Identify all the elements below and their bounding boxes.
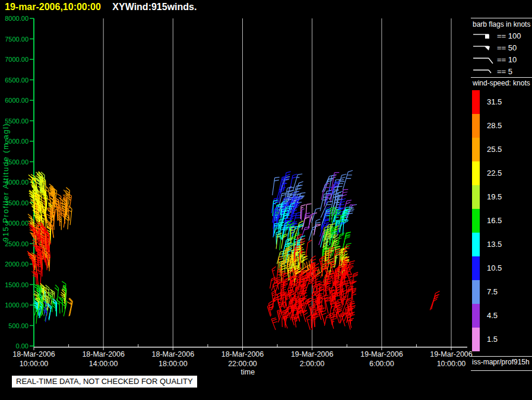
quality-notice: REAL-TIME DATA, NOT CHECKED FOR QUALITY xyxy=(12,376,197,388)
flag-icon xyxy=(472,30,493,42)
wind-barb xyxy=(325,298,330,314)
wind-barb xyxy=(430,294,439,310)
barb-cluster-left-red-tail xyxy=(31,259,42,286)
x-tick-label-time: 22:00:00 xyxy=(228,360,257,368)
colorbar-label: 22.5 xyxy=(487,161,502,185)
wind-barb xyxy=(343,170,353,189)
barb-flag-row: == 10 xyxy=(472,53,517,65)
x-tick-label-date: 19-Mar-2006 xyxy=(430,350,473,358)
barb-flag-row: == 5 xyxy=(472,65,512,77)
wind-barb xyxy=(301,209,305,221)
wind-barb xyxy=(306,204,312,218)
y-tick-label: 2000.00 xyxy=(5,261,28,268)
barb-cluster-mid-red-mass-1 xyxy=(267,266,314,330)
wind-barb xyxy=(306,240,312,259)
wind-barbs xyxy=(27,170,440,330)
wind-barb xyxy=(314,224,321,236)
colorbar-label: 1.5 xyxy=(487,328,498,351)
wind-barb xyxy=(306,315,311,330)
x-tick-label-time: 6:00:00 xyxy=(369,360,394,368)
y-tick-label: 1000.00 xyxy=(5,301,28,309)
barb-flag-row: == 100 xyxy=(472,30,521,42)
wind-profiler-window: 19-mar-2006,10:00:00 XYWind:915winds. 80… xyxy=(0,0,532,400)
colorbar-segment xyxy=(472,328,480,351)
wind-barb xyxy=(329,247,335,261)
legend-divider-mid xyxy=(471,77,532,78)
credit-divider-bottom xyxy=(471,370,532,371)
colorbar-segment xyxy=(472,304,480,328)
colorbar-label: 4.5 xyxy=(487,304,498,328)
colorbar-segment xyxy=(472,138,480,161)
colorbar-label: 19.5 xyxy=(487,185,502,209)
y-tick-label: 0.00 xyxy=(16,342,28,350)
wind-profile-chart: 8000.007500.007000.006500.006000.005500.… xyxy=(0,0,532,400)
full-barb-icon xyxy=(472,53,493,65)
colorbar-label: 16.5 xyxy=(487,209,502,233)
x-tick-label-time: 14:00:00 xyxy=(89,360,118,368)
colorbar-segment xyxy=(472,161,480,185)
gridlines xyxy=(103,18,451,347)
wind-barb xyxy=(315,315,319,327)
y-tick-label: 6000.00 xyxy=(5,97,28,104)
legend-divider-top xyxy=(471,18,532,18)
x-tick-label-time: 2:00:00 xyxy=(300,360,325,368)
barb-flag-label: == 100 xyxy=(497,31,521,40)
x-axis: 18-Mar-200610:00:0018-Mar-200614:00:0018… xyxy=(12,344,473,376)
barb-cluster-isolated-red xyxy=(430,291,439,310)
colorbar-segment xyxy=(472,114,480,138)
colorbar-segment xyxy=(472,209,480,233)
x-tick-label-date: 18-Mar-2006 xyxy=(12,350,55,358)
wind-barb xyxy=(58,297,62,313)
colorbar-title: wind-speed: knots xyxy=(473,79,530,87)
y-axis: 8000.007500.007000.006500.006000.005500.… xyxy=(1,15,34,350)
legend-panel: barb flags in knots == 100== 50== 10== 5… xyxy=(467,0,532,400)
wind-barb xyxy=(324,295,329,310)
barb-flag-row: == 50 xyxy=(472,42,517,53)
colorbar-label: 28.5 xyxy=(487,114,502,138)
barb-cluster-left-iso-orange xyxy=(68,298,73,316)
wind-barb xyxy=(349,318,354,328)
colorbar-label: 31.5 xyxy=(487,90,502,114)
half-barb-icon xyxy=(472,65,493,77)
barb-flag-label: == 10 xyxy=(497,55,517,64)
barb-flag-label: == 5 xyxy=(497,67,512,76)
x-tick-label-time: 10:00:00 xyxy=(437,360,466,368)
y-tick-label: 6500.00 xyxy=(5,77,28,84)
credit-divider-top xyxy=(471,356,532,357)
x-tick-label-date: 18-Mar-2006 xyxy=(82,350,125,358)
x-tick-label-date: 19-Mar-2006 xyxy=(360,350,403,358)
x-tick-label-date: 19-Mar-2006 xyxy=(291,350,334,358)
colorbar-label: 10.5 xyxy=(487,256,502,280)
x-tick-label-date: 18-Mar-2006 xyxy=(221,350,264,358)
x-tick-label-time: 10:00:00 xyxy=(20,360,49,368)
colorbar-segment xyxy=(472,185,480,209)
barb-flag-label: == 50 xyxy=(497,43,517,52)
y-tick-label: 7500.00 xyxy=(5,36,28,43)
y-tick-label: 7000.00 xyxy=(5,56,28,63)
x-axis-title: time xyxy=(240,368,255,376)
y-axis-title: 915 Profiler Altitude (m agl) xyxy=(1,123,10,242)
y-tick-label: 8000.00 xyxy=(5,15,28,22)
wind-barb xyxy=(353,272,358,282)
wind-barb xyxy=(273,177,280,195)
colorbar-label: 7.5 xyxy=(487,280,498,304)
pennant-icon xyxy=(472,42,493,53)
colorbar-segment xyxy=(472,90,480,114)
colorbar-segment xyxy=(472,280,480,304)
colorbar-segment xyxy=(472,256,480,280)
y-tick-label: 500.00 xyxy=(8,322,28,329)
colorbar-segment xyxy=(472,233,480,256)
credit-text: iss-mapr/prof915h xyxy=(472,358,530,366)
barb-flags-legend-title: barb flags in knots xyxy=(473,20,530,28)
x-tick-label-time: 18:00:00 xyxy=(159,360,188,368)
wind-barb xyxy=(271,318,277,330)
x-tick-label-date: 18-Mar-2006 xyxy=(152,350,195,358)
colorbar-label: 13.5 xyxy=(487,233,502,256)
y-tick-label: 1500.00 xyxy=(5,281,28,288)
colorbar-label: 25.5 xyxy=(487,138,502,161)
